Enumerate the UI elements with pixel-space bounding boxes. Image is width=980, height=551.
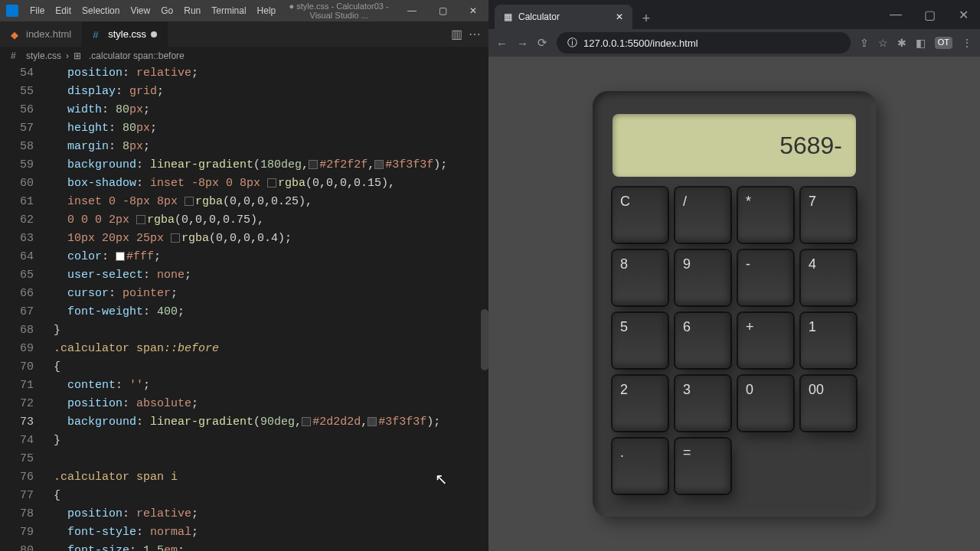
- extensions-icon[interactable]: ✱: [897, 37, 906, 49]
- minimize-icon[interactable]: —: [879, 0, 913, 29]
- menu-selection[interactable]: Selection: [77, 5, 125, 16]
- line-gutter: 5455565758596061626364656667686970717273…: [0, 64, 47, 551]
- vscode-logo-icon: [6, 5, 18, 17]
- browser-tab[interactable]: ▦ Calculator ✕: [495, 5, 632, 29]
- menu-help[interactable]: Help: [252, 5, 282, 16]
- close-tab-icon[interactable]: ✕: [616, 11, 623, 22]
- css-file-icon: #: [93, 29, 103, 40]
- menu-run[interactable]: Run: [178, 5, 206, 16]
- key-0[interactable]: 0: [738, 376, 793, 431]
- key-1[interactable]: 1: [801, 313, 856, 368]
- page-content: 5689- C / * 7 8 9 - 4 5 6 + 1 2 3 0 00 .…: [488, 57, 980, 551]
- extension-icon[interactable]: ◧: [916, 37, 926, 49]
- css-file-icon: #: [11, 51, 21, 61]
- key-7[interactable]: 7: [801, 187, 856, 243]
- chevron-icon: ›: [66, 51, 69, 61]
- menu-file[interactable]: File: [24, 5, 50, 16]
- minimize-icon[interactable]: —: [397, 0, 427, 21]
- browser-tab-title: Calculator: [518, 11, 560, 22]
- tab-label: index.html: [26, 28, 71, 40]
- titlebar: File Edit Selection View Go Run Terminal…: [0, 0, 488, 21]
- key-6[interactable]: 6: [675, 313, 730, 368]
- html-file-icon: ◆: [11, 29, 21, 40]
- bookmark-icon[interactable]: ☆: [878, 37, 888, 49]
- mouse-cursor-icon: ↖: [435, 470, 448, 488]
- key-clear[interactable]: C: [612, 187, 668, 243]
- key-divide[interactable]: /: [675, 187, 730, 243]
- share-icon[interactable]: ⇪: [860, 37, 869, 49]
- forward-icon[interactable]: →: [517, 37, 528, 50]
- vscode-window: File Edit Selection View Go Run Terminal…: [0, 0, 488, 551]
- browser-window: ▦ Calculator ✕ + — ▢ ✕ ← → ⟳ ⓘ 127.0.0.1…: [488, 0, 980, 551]
- key-4[interactable]: 4: [801, 250, 856, 305]
- address-bar-row: ← → ⟳ ⓘ 127.0.0.1:5500/index.html ⇪ ☆ ✱ …: [488, 29, 980, 57]
- browser-tabbar: ▦ Calculator ✕ + — ▢ ✕: [488, 0, 980, 29]
- reload-icon[interactable]: ⟳: [537, 36, 547, 50]
- more-icon[interactable]: ⋯: [469, 27, 481, 41]
- code-content[interactable]: position: relative; display: grid; width…: [54, 64, 488, 551]
- key-2[interactable]: 2: [612, 376, 668, 431]
- window-controls: — ▢ ✕: [397, 0, 488, 21]
- key-equals[interactable]: =: [675, 439, 730, 494]
- key-9[interactable]: 9: [675, 250, 730, 305]
- breadcrumb-item[interactable]: style.css: [26, 51, 61, 61]
- url-text: 127.0.0.1:5500/index.html: [583, 37, 698, 49]
- menu-go[interactable]: Go: [155, 5, 178, 16]
- split-editor-icon[interactable]: ▥: [451, 27, 462, 41]
- close-icon[interactable]: ✕: [946, 0, 980, 29]
- key-5[interactable]: 5: [612, 313, 668, 368]
- dirty-indicator-icon: [151, 31, 157, 37]
- key-8[interactable]: 8: [612, 250, 668, 305]
- new-tab-button[interactable]: +: [635, 8, 657, 29]
- key-minus[interactable]: -: [738, 250, 793, 305]
- symbol-icon: ⊞: [74, 51, 84, 61]
- breadcrumb-item[interactable]: .calculator span::before: [89, 51, 185, 61]
- key-3[interactable]: 3: [675, 376, 730, 431]
- address-bar[interactable]: ⓘ 127.0.0.1:5500/index.html: [557, 32, 851, 54]
- close-icon[interactable]: ✕: [458, 0, 488, 21]
- menu-edit[interactable]: Edit: [50, 5, 77, 16]
- scrollbar-thumb[interactable]: [481, 309, 488, 370]
- maximize-icon[interactable]: ▢: [427, 0, 458, 21]
- maximize-icon[interactable]: ▢: [913, 0, 946, 29]
- main-menu: File Edit Selection View Go Run Terminal…: [24, 5, 281, 16]
- window-title: ● style.css - Calculator03 - Visual Stud…: [281, 2, 397, 20]
- site-info-icon[interactable]: ⓘ: [567, 36, 577, 50]
- key-dot[interactable]: .: [612, 439, 668, 494]
- calc-display: 5689-: [612, 114, 856, 177]
- tab-style-css[interactable]: # style.css: [82, 21, 168, 47]
- back-icon[interactable]: ←: [496, 37, 508, 50]
- tab-bar: ◆ index.html # style.css ▥ ⋯: [0, 21, 488, 47]
- calculator: 5689- C / * 7 8 9 - 4 5 6 + 1 2 3 0 00 .…: [593, 91, 876, 517]
- key-00[interactable]: 00: [801, 376, 856, 431]
- page-favicon-icon: ▦: [504, 11, 512, 22]
- menu-icon[interactable]: ⋮: [962, 37, 972, 49]
- menu-terminal[interactable]: Terminal: [206, 5, 251, 16]
- key-plus[interactable]: +: [738, 313, 793, 368]
- menu-view[interactable]: View: [125, 5, 155, 16]
- tab-label: style.css: [108, 28, 146, 40]
- calc-keypad: C / * 7 8 9 - 4 5 6 + 1 2 3 0 00 . =: [612, 187, 856, 494]
- code-editor[interactable]: 5455565758596061626364656667686970717273…: [0, 64, 488, 551]
- tab-index-html[interactable]: ◆ index.html: [0, 21, 82, 47]
- key-multiply[interactable]: *: [738, 187, 793, 243]
- profile-badge[interactable]: OT: [935, 37, 952, 49]
- breadcrumb[interactable]: # style.css › ⊞ .calculator span::before: [0, 47, 488, 64]
